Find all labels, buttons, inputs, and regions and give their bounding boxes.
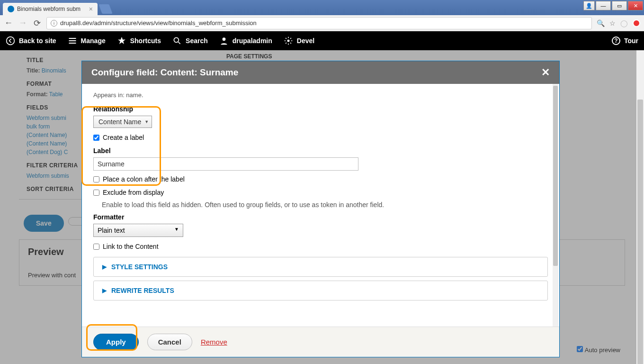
style-settings-fieldset[interactable]: ▶ STYLE SETTINGS — [93, 257, 548, 277]
place-colon-checkbox[interactable] — [93, 176, 99, 182]
modal-scrollbar[interactable] — [553, 84, 558, 327]
browser-url-bar: ← → ⟳ i drupal8.dev/admin/structure/view… — [0, 15, 644, 31]
omnibox[interactable]: i drupal8.dev/admin/structure/views/view… — [46, 17, 592, 29]
window-maximize-button[interactable]: ▭ — [612, 1, 627, 10]
window-app-button[interactable]: 👤 — [583, 1, 595, 10]
rewrite-results-fieldset[interactable]: ▶ REWRITE RESULTS — [93, 281, 548, 300]
toolbar-user[interactable]: drupaladmin — [219, 36, 272, 46]
tab-close-icon[interactable]: × — [89, 5, 93, 13]
create-label-checkbox[interactable] — [93, 135, 99, 141]
bookmark-star-icon[interactable]: ☆ — [609, 19, 616, 27]
svg-point-1 — [174, 37, 179, 42]
question-icon: ? — [612, 36, 620, 45]
modal-body: Appears in: name. Relationship Content N… — [82, 84, 559, 327]
link-content-checkbox[interactable] — [93, 244, 99, 250]
create-label-text: Create a label — [103, 134, 144, 141]
formatter-label: Formatter — [93, 213, 548, 224]
triangle-right-icon: ▶ — [102, 264, 107, 270]
modal-close-icon[interactable]: ✕ — [541, 66, 550, 79]
configure-field-modal: Configure field: Content: Surname ✕ Appe… — [81, 61, 560, 357]
star-icon — [117, 36, 126, 46]
window-close-button[interactable]: ✕ — [628, 1, 643, 10]
adblock-icon[interactable] — [633, 19, 640, 27]
page-scrollbar[interactable] — [636, 50, 644, 364]
drupal-toolbar: Back to site Manage Shortcuts Search dru… — [0, 31, 644, 50]
browser-tab[interactable]: Binomials webform subm × — [3, 3, 98, 15]
reload-icon[interactable]: ⟳ — [32, 18, 42, 28]
browser-tab-strip: Binomials webform subm × — [0, 0, 644, 15]
modal-titlebar: Configure field: Content: Surname ✕ — [82, 61, 559, 84]
url-text: drupal8.dev/admin/structure/views/view/b… — [60, 19, 257, 27]
relationship-select[interactable]: Content Name — [93, 116, 152, 128]
omnibox-icons: 🔍 ☆ ◯ — [597, 19, 640, 27]
place-colon-text: Place a colon after the label — [103, 175, 185, 183]
new-tab-button[interactable] — [98, 4, 112, 14]
window-controls: 👤 — ▭ ✕ — [583, 0, 644, 13]
cancel-button[interactable]: Cancel — [147, 334, 192, 350]
window-minimize-button[interactable]: — — [596, 1, 611, 10]
forward-icon: → — [18, 18, 27, 28]
search-icon — [172, 36, 182, 46]
label-input[interactable] — [93, 157, 358, 171]
svg-point-2 — [222, 37, 225, 41]
link-content-text: Link to the Content — [103, 243, 159, 250]
modal-footer: Apply Cancel Remove — [82, 327, 559, 357]
zoom-icon[interactable]: 🔍 — [597, 19, 605, 27]
modal-title-text: Configure field: Content: Surname — [91, 67, 238, 78]
back-icon[interactable]: ← — [4, 18, 13, 28]
toolbar-search[interactable]: Search — [172, 36, 208, 46]
svg-point-3 — [287, 40, 289, 42]
appears-in-text: Appears in: name. — [93, 91, 548, 105]
exclude-text: Exclude from display — [103, 189, 164, 196]
toolbar-back-to-site[interactable]: Back to site — [6, 36, 56, 46]
remove-link[interactable]: Remove — [201, 338, 227, 346]
tab-title: Binomials webform subm — [17, 6, 80, 12]
exclude-checkbox[interactable] — [93, 190, 99, 196]
label-label: Label — [93, 144, 548, 157]
extension-icon[interactable]: ◯ — [620, 19, 628, 27]
apply-button[interactable]: Apply — [93, 334, 139, 350]
hamburger-icon — [68, 36, 77, 46]
arrow-left-circle-icon — [6, 36, 15, 46]
toolbar-shortcuts[interactable]: Shortcuts — [117, 36, 161, 46]
formatter-select[interactable]: Plain text▼ — [93, 224, 183, 237]
toolbar-devel[interactable]: Devel — [284, 36, 314, 46]
relationship-label: Relationship — [93, 105, 548, 116]
user-icon — [219, 36, 229, 46]
svg-point-0 — [7, 37, 15, 45]
toolbar-tour[interactable]: ? Tour — [612, 36, 638, 45]
gear-icon — [284, 36, 293, 46]
exclude-help-text: Enable to load this field as hidden. Oft… — [93, 199, 548, 213]
site-info-icon[interactable]: i — [51, 20, 57, 27]
triangle-right-icon: ▶ — [102, 287, 107, 294]
toolbar-manage[interactable]: Manage — [68, 36, 106, 46]
favicon-icon — [8, 6, 14, 12]
